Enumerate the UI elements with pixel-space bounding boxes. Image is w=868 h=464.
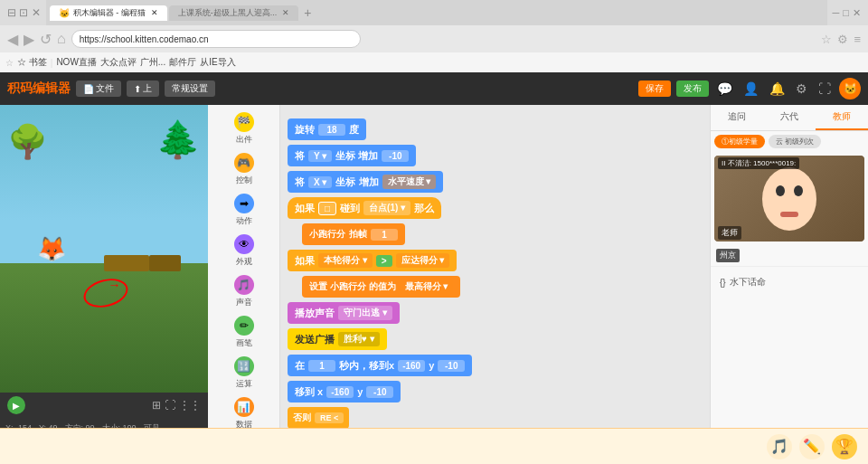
block-set-x[interactable]: 将 X ▾ 坐标 增加 水平速度 ▾ [288, 169, 703, 194]
blocks-sidebar: 🏁 出件 🎮 控制 ➡ 动作 👁 外观 🎵 声音 ✏ 画笔 🔢 运算 📊 [208, 105, 280, 464]
restore-icon[interactable]: □ [843, 7, 849, 18]
user-icon[interactable]: 👤 [741, 81, 761, 96]
block-glide[interactable]: 在 1 秒内，移到x -160 y -10 [288, 353, 703, 378]
save-button[interactable]: 保存 [638, 80, 671, 97]
video-role-label: 老师 [718, 226, 741, 240]
block-if-score[interactable]: 如果 本轮得分 ▾ > 应达得分 ▾ [288, 248, 703, 273]
right-item-0[interactable]: {} 水下话命 [716, 272, 863, 292]
main-layout: 🌳 🌲 🦊 → ▶ ⊞ ⛶ ⋮⋮ [0, 105, 868, 464]
new-tab-button[interactable]: + [300, 5, 315, 20]
address-input[interactable] [71, 30, 361, 48]
video-container: II 不清洁: 1500***0019: 老师 [714, 156, 864, 241]
block-rotate[interactable]: 旋转 18 度 [288, 117, 703, 142]
music-icon-btn[interactable]: 🎵 [767, 434, 792, 459]
block-set-y[interactable]: 将 Y ▾ 坐标 增加 -10 [288, 143, 703, 168]
tab-hexagon[interactable]: 六代 [763, 105, 816, 130]
bookmark-dp[interactable]: 大众点评 [100, 56, 137, 69]
category-events[interactable]: 🏁 出件 [208, 109, 279, 149]
gear-icon[interactable]: ⚙ [793, 81, 810, 96]
browser-bookmarks: ☆ ☆ 书签 | NOW直播 大众点评 广州... 邮件厅 从IE导入 [0, 52, 868, 72]
browser-address-bar: ◀ ▶ ↺ ⌂ ☆ ⚙ ≡ [0, 25, 868, 52]
block-move-to[interactable]: 移到 x -160 y -10 [288, 379, 703, 404]
category-operators[interactable]: 🔢 运算 [208, 353, 279, 393]
bookmark-ie[interactable]: 从IE导入 [200, 56, 235, 69]
subtab-class[interactable]: ①初级学量 [714, 135, 765, 148]
forward-button[interactable]: ▶ [24, 31, 34, 48]
category-motion[interactable]: ➡ 动作 [208, 190, 279, 231]
fullscreen-stage-icon[interactable]: ⛶ [165, 399, 175, 412]
star-icon[interactable]: ☆ [821, 33, 832, 46]
player-sprite: 🦊 [37, 235, 66, 263]
refresh-button[interactable]: ↺ [40, 31, 52, 48]
settings-button[interactable]: 常规设置 [165, 80, 215, 97]
block-set-max[interactable]: 设置 小跑行分 的值为 最高得分 ▾ [302, 274, 703, 299]
pen-icon: ✏ [234, 316, 254, 336]
file-button[interactable]: 📄 文件 [76, 80, 121, 97]
music-icon: 🎵 [770, 438, 788, 455]
category-control[interactable]: 🎮 控制 [208, 149, 279, 190]
subtab-cloud[interactable]: 云 初级列次 [769, 135, 821, 148]
avatar-icon[interactable]: 🐱 [839, 78, 861, 99]
platform [104, 255, 149, 271]
fullscreen-icon[interactable]: ⛶ [816, 81, 834, 96]
bookmark-now[interactable]: NOW直播 [56, 56, 96, 69]
category-pen[interactable]: ✏ 画笔 [208, 312, 279, 353]
minimize-icon[interactable]: ─ [833, 7, 840, 18]
bracket-icon: {} [720, 278, 726, 288]
file-icon: 📄 [83, 84, 94, 94]
close-icon[interactable]: ✕ [853, 7, 861, 19]
window-controls[interactable]: ⊟ ⊡ ✕ [7, 6, 41, 19]
right-show-label: 州京 [716, 249, 740, 262]
play-button[interactable]: ▶ [7, 396, 25, 414]
block-set-var[interactable]: 小跑行分 拍帧 1 [302, 222, 703, 247]
tab-close-icon[interactable]: ✕ [151, 8, 158, 17]
menu-icon[interactable]: ≡ [854, 33, 861, 46]
bookmark-mail[interactable]: 邮件厅 [169, 56, 196, 69]
block-if-touch[interactable]: 如果 □ 碰到 台点(1) ▾ 那么 [288, 195, 703, 221]
pencil-icon: ✏️ [803, 438, 821, 455]
tab-close-icon2[interactable]: ✕ [282, 8, 289, 17]
looks-icon: 👁 [234, 234, 254, 254]
sub-tabs: ①初级学量 云 初级列次 [711, 131, 868, 152]
block-broadcast[interactable]: 发送广播 胜利♥ ▾ [288, 327, 703, 352]
bookmark-gz[interactable]: 广州... [140, 56, 165, 69]
tab-label: 积木编辑器 - 编程猫 [73, 7, 146, 19]
expand-icon[interactable]: ⊞ [152, 399, 161, 412]
settings-stage-icon[interactable]: ⋮⋮ [179, 399, 201, 412]
bookmark-item[interactable]: ☆ 书签 [17, 56, 47, 69]
home-button[interactable]: ⌂ [57, 31, 66, 47]
bell-icon[interactable]: 🔔 [767, 81, 788, 96]
events-icon: 🏁 [234, 112, 254, 132]
block-play-sound[interactable]: 播放声音 守门出逃 ▾ [288, 300, 703, 326]
pencil-icon-btn[interactable]: ✏️ [799, 434, 825, 459]
publish-button[interactable]: 发布 [676, 80, 709, 97]
control-icon: 🎮 [234, 153, 254, 173]
right-tabs: 追问 六代 教师 [711, 105, 868, 131]
stage-controls: ▶ ⊞ ⛶ ⋮⋮ [0, 393, 208, 418]
tab-tracking[interactable]: 追问 [711, 105, 763, 130]
tab-teacher[interactable]: 教师 [816, 105, 868, 130]
upload-icon: ⬆ [134, 84, 141, 94]
tab-favicon: 🐱 [59, 8, 70, 18]
sound-icon: 🎵 [234, 275, 254, 295]
settings-icon[interactable]: ⚙ [837, 33, 848, 46]
code-area[interactable]: 旋转 18 度 将 Y ▾ 坐标 增加 -10 将 X ▾ [280, 105, 710, 464]
tab-label2: 上课系统-超级上黑人迎高... [178, 7, 278, 19]
stage-area: 🌳 🌲 🦊 → [0, 105, 208, 393]
category-looks[interactable]: 👁 外观 [208, 231, 279, 271]
inactive-tab[interactable]: 上课系统-超级上黑人迎高... ✕ [169, 5, 299, 21]
right-panel: 追问 六代 教师 ①初级学量 云 初级列次 [710, 105, 868, 464]
tree-left: 🌳 [7, 123, 48, 161]
category-sound[interactable]: 🎵 声音 [208, 271, 279, 312]
active-tab[interactable]: 🐱 积木编辑器 - 编程猫 ✕ [50, 5, 167, 21]
left-panel: 🌳 🌲 🦊 → ▶ ⊞ ⛶ ⋮⋮ [0, 105, 208, 464]
app-header: 积码编辑器 📄 文件 ⬆ 上 常规设置 保存 发布 💬 👤 🔔 ⚙ ⛶ 🐱 [0, 72, 868, 105]
block-else[interactable]: 否则 RE < [288, 405, 703, 431]
tree-right: 🌲 [156, 118, 201, 161]
trophy-icon-btn[interactable]: 🏆 [832, 434, 857, 459]
back-button[interactable]: ◀ [7, 31, 18, 48]
ops-icon: 🔢 [234, 356, 254, 376]
chat-icon[interactable]: 💬 [714, 81, 735, 96]
upload-button[interactable]: ⬆ 上 [127, 80, 159, 97]
browser-chrome: ⊟ ⊡ ✕ 🐱 积木编辑器 - 编程猫 ✕ 上课系统-超级上黑人迎高... ✕ … [0, 0, 868, 72]
